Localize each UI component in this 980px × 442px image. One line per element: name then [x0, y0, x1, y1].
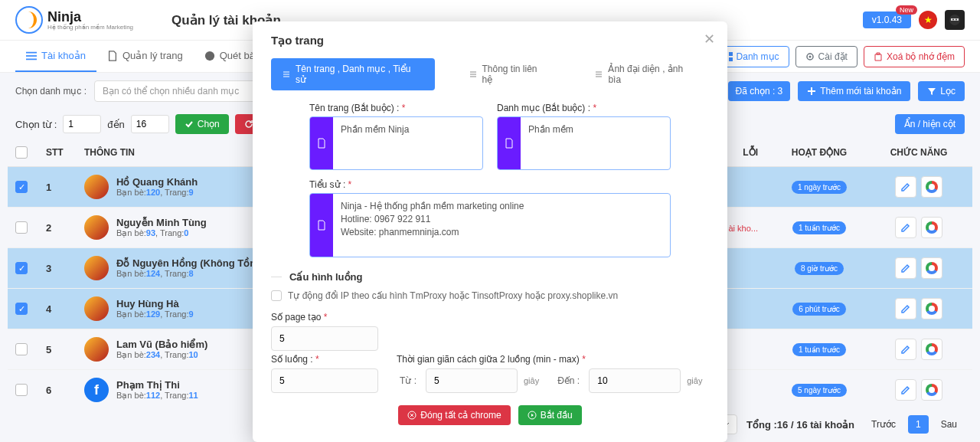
unit-label: giây [687, 376, 702, 385]
user-meta: Bạn bè:234, Trang:10 [116, 350, 207, 360]
add-account-button[interactable]: Thêm mới tài khoản [798, 81, 910, 101]
col-stt: STT [46, 147, 84, 158]
chrome-icon [926, 384, 938, 396]
row-checkbox[interactable]: ✓ [15, 303, 28, 315]
flag-vn-icon[interactable]: ★ [919, 11, 937, 29]
next-page[interactable]: Sau [933, 415, 965, 434]
bio-value: Ninja - Hệ thống phần mềm marketing onli… [333, 194, 670, 257]
activity-badge: 1 tuần trước [792, 221, 846, 234]
edit-button[interactable] [895, 257, 916, 279]
version-badge[interactable]: v1.0.43 New [863, 11, 911, 28]
tab-accounts[interactable]: Tài khoản [15, 41, 96, 72]
user-meta: Bạn bè:112, Trang:11 [116, 391, 198, 401]
chrome-icon [926, 221, 938, 234]
gap-to-input[interactable] [589, 368, 681, 393]
chrome-button[interactable] [921, 339, 942, 360]
row-index: 3 [46, 263, 84, 274]
pagination: Trước 1 Sau [864, 415, 965, 434]
row-checkbox[interactable]: ✓ [15, 262, 28, 274]
pages-count-label: Số page tạo * [271, 312, 378, 322]
from-input[interactable] [63, 115, 101, 133]
user-name: Huy Hùng Hà [116, 298, 194, 309]
edit-button[interactable] [895, 298, 916, 319]
modal-tab-2[interactable]: Thông tin liên hệ [458, 58, 561, 90]
modal-tab-3[interactable]: Ảnh đại diện , ảnh bìa [583, 58, 709, 90]
auto-ip-row[interactable]: Tự động đổi IP theo cấu hình TmProxy hoặ… [271, 290, 709, 301]
bio-label: Tiểu sử : * [309, 179, 671, 190]
chrome-button[interactable] [921, 257, 942, 279]
col-activity: HOẠT ĐỘNG [766, 147, 873, 158]
chrome-icon [926, 181, 938, 193]
gap-from-input[interactable] [426, 368, 518, 393]
start-button[interactable]: Bắt đầu [518, 405, 582, 425]
chrome-icon [926, 262, 938, 274]
file-icon[interactable] [498, 117, 521, 169]
close-all-chrome-button[interactable]: Đóng tất cả chrome [398, 405, 510, 425]
row-checkbox[interactable] [15, 343, 28, 355]
row-index: 4 [46, 303, 84, 315]
page-name-box[interactable]: Phần mềm Ninja [309, 116, 483, 170]
category-box[interactable]: Phần mềm [497, 116, 671, 170]
edit-button[interactable] [895, 176, 916, 198]
prev-page[interactable]: Trước [864, 415, 903, 434]
settings-button[interactable]: Cài đặt [795, 46, 858, 67]
close-icon[interactable]: ✕ [704, 31, 715, 47]
bio-box[interactable]: Ninja - Hệ thống phần mềm marketing onli… [309, 193, 671, 257]
play-icon [528, 411, 537, 420]
activity-badge: 6 phút trước [792, 303, 846, 316]
user-meta: Bạn bè:120, Trang:9 [116, 188, 198, 198]
page-current[interactable]: 1 [908, 415, 929, 434]
clear-cache-button[interactable]: Xoá bộ nhớ đệm [864, 46, 965, 67]
page-icon [107, 51, 118, 61]
file-icon[interactable] [310, 194, 333, 257]
user-name: Lam Vũ (Bảo hiểm) [116, 339, 207, 350]
tab-pages[interactable]: Quản lý trang [96, 41, 194, 72]
new-badge: New [896, 5, 917, 15]
edit-button[interactable] [895, 217, 916, 238]
pages-count-input[interactable] [271, 326, 378, 351]
to-input[interactable] [131, 115, 169, 133]
category-value: Phần mềm [521, 117, 670, 169]
edit-button[interactable] [895, 379, 916, 401]
filter-icon [927, 87, 936, 96]
auto-ip-checkbox[interactable] [271, 290, 282, 301]
avatar [84, 175, 109, 199]
chrome-button[interactable] [921, 298, 942, 319]
row-index: 5 [46, 344, 84, 355]
filter-button[interactable]: Lọc [918, 81, 965, 101]
threads-label: Số luồng : * [271, 354, 378, 365]
chrome-button[interactable] [921, 176, 942, 198]
plus-icon [807, 87, 816, 96]
file-icon[interactable] [310, 117, 333, 169]
threads-input[interactable] [271, 368, 378, 393]
user-name: Phạm Thị Thi [116, 379, 198, 391]
modal-tab-1[interactable]: Tên trang , Danh mục , Tiểu sử [271, 58, 435, 90]
user-meta: Bạn bè:129, Trang:9 [116, 309, 194, 319]
user-name: Nguyễn Minh Tùng [116, 217, 207, 228]
choose-button[interactable]: Chọn [175, 114, 229, 134]
auto-ip-label: Tự động đổi IP theo cấu hình TmProxy hoặ… [288, 290, 618, 301]
col-functions: CHỨC NĂNG [873, 147, 965, 158]
ninja-icon[interactable] [945, 10, 965, 30]
row-checkbox[interactable] [15, 384, 28, 396]
row-index: 6 [46, 385, 84, 396]
row-checkbox[interactable]: ✓ [15, 181, 28, 193]
avatar [84, 256, 109, 280]
chrome-button[interactable] [921, 217, 942, 238]
edit-button[interactable] [895, 339, 916, 360]
reload-icon [244, 120, 253, 129]
row-checkbox[interactable] [15, 221, 28, 234]
chrome-icon [926, 343, 938, 355]
toggle-columns-button[interactable]: Ẩn / hiện cột [895, 114, 965, 134]
avatar: f [84, 378, 109, 402]
from-label: Chọn từ : [15, 119, 57, 130]
chrome-button[interactable] [921, 379, 942, 401]
svg-rect-6 [26, 58, 37, 60]
svg-rect-5 [26, 55, 37, 57]
gap-label: Thời gian giãn cách giữa 2 luồng (min - … [397, 354, 709, 365]
activity-badge: 8 giờ trước [795, 262, 844, 275]
select-all-checkbox[interactable] [15, 146, 28, 159]
sliders-icon [282, 70, 291, 79]
modal-title: Tạo trang [271, 34, 709, 47]
row-index: 2 [46, 222, 84, 234]
